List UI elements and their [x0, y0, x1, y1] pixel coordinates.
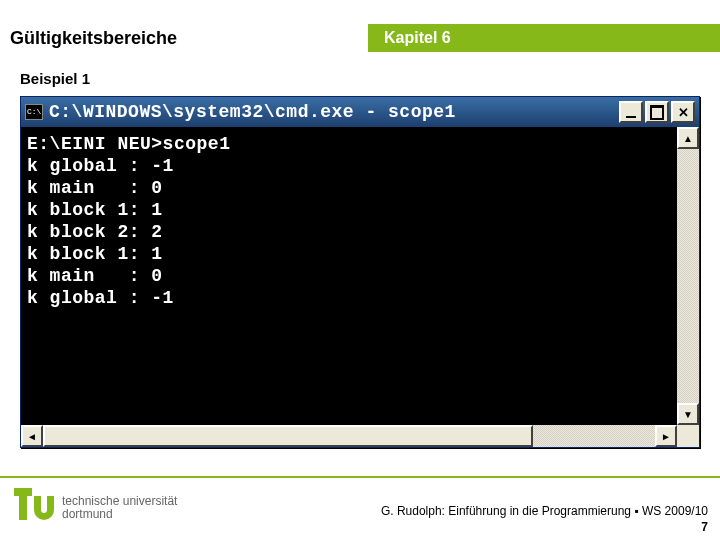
credit-text: G. Rudolph: Einführung in die Programmie…: [381, 504, 708, 518]
uni-line-2: dortmund: [62, 508, 177, 521]
console-line: k global : -1: [27, 288, 174, 308]
header-bar: Gültigkeitsbereiche Kapitel 6: [0, 24, 720, 52]
scroll-up-button[interactable]: ▲: [677, 127, 699, 149]
close-button[interactable]: [671, 101, 695, 123]
console-window: C:\WINDOWS\system32\cmd.exe - scope1 E:\…: [20, 96, 700, 448]
slide-number: 7: [701, 520, 708, 534]
console-body-wrap: E:\EINI NEU>scope1 k global : -1 k main …: [21, 127, 699, 425]
cmd-icon: [25, 104, 43, 120]
university-name: technische universität dortmund: [62, 495, 177, 521]
scroll-thumb-horizontal[interactable]: [43, 425, 533, 447]
example-label: Beispiel 1: [20, 70, 90, 87]
titlebar[interactable]: C:\WINDOWS\system32\cmd.exe - scope1: [21, 97, 699, 127]
console-line: E:\EINI NEU>scope1: [27, 134, 230, 154]
scroll-track-vertical[interactable]: [677, 149, 699, 403]
vertical-scrollbar[interactable]: ▲ ▼: [677, 127, 699, 425]
console-line: k block 1: 1: [27, 244, 163, 264]
scroll-left-button[interactable]: ◄: [21, 425, 43, 447]
window-buttons: [619, 101, 695, 123]
scroll-down-button[interactable]: ▼: [677, 403, 699, 425]
window-title: C:\WINDOWS\system32\cmd.exe - scope1: [49, 102, 619, 122]
slide: Gültigkeitsbereiche Kapitel 6 Beispiel 1…: [0, 0, 720, 540]
tu-logo-icon: [14, 488, 54, 528]
header-title-right: Kapitel 6: [368, 24, 720, 52]
console-output[interactable]: E:\EINI NEU>scope1 k global : -1 k main …: [21, 127, 677, 425]
scroll-track-horizontal[interactable]: [43, 425, 655, 447]
footer-logo: technische universität dortmund: [14, 488, 177, 528]
scroll-right-button[interactable]: ►: [655, 425, 677, 447]
console-line: k main : 0: [27, 178, 163, 198]
horizontal-scrollbar[interactable]: ◄ ►: [21, 425, 699, 447]
console-line: k block 1: 1: [27, 200, 163, 220]
header-title-left: Gültigkeitsbereiche: [0, 24, 368, 52]
footer-divider: [0, 476, 720, 478]
console-line: k block 2: 2: [27, 222, 163, 242]
maximize-button[interactable]: [645, 101, 669, 123]
minimize-button[interactable]: [619, 101, 643, 123]
console-line: k main : 0: [27, 266, 163, 286]
scrollbar-corner: [677, 425, 699, 447]
console-line: k global : -1: [27, 156, 174, 176]
